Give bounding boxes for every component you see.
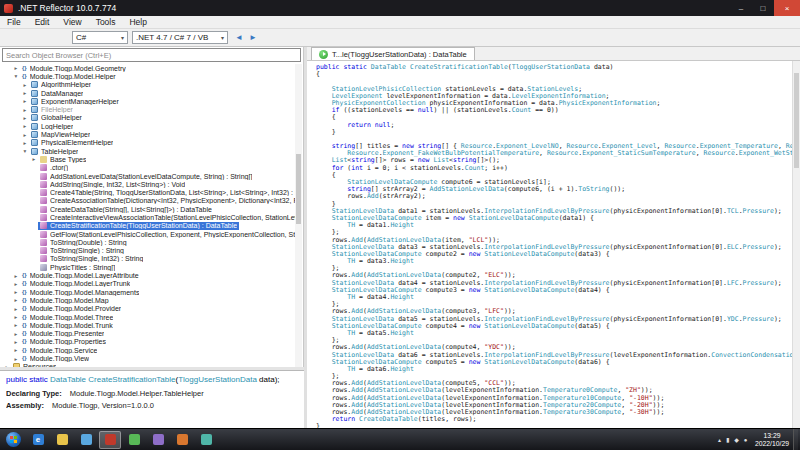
tree-item[interactable]: ▸{}Module.Tlogp.Service <box>0 346 297 354</box>
expand-toggle-icon[interactable]: ▸ <box>21 107 29 113</box>
expand-toggle-icon[interactable]: ▾ <box>12 73 20 79</box>
close-button[interactable]: × <box>774 0 800 16</box>
expand-toggle-icon[interactable]: ▸ <box>12 297 20 303</box>
language-dropdown[interactable]: C# ▾ <box>72 31 128 44</box>
tree-item[interactable]: ▸GlobalHelper <box>0 114 297 122</box>
tree-item[interactable]: ToString(Single, Int32) : String <box>0 255 297 263</box>
code-tab[interactable]: T...le(TloggUserStationData) : DataTable <box>311 47 475 60</box>
expand-toggle-icon[interactable]: ▸ <box>12 356 20 362</box>
code-line: TH = data4.Height <box>316 294 792 301</box>
maximize-button[interactable]: □ <box>752 0 774 16</box>
tree-item[interactable]: ▸{}Module.Tlogp.Model.Map <box>0 296 297 304</box>
tree-item[interactable]: ▸{}Module.Tlogp.Model.Geometry <box>0 64 297 72</box>
expand-toggle-icon[interactable]: ▸ <box>21 98 29 104</box>
tree-item[interactable]: ▸{}Module.Tlogp.Model.LayerTrunk <box>0 280 297 288</box>
tree-item-label: CreateAssociationTable(Dictionary<Int32,… <box>50 197 297 204</box>
menu-view[interactable]: View <box>56 17 88 27</box>
minimize-button[interactable]: – <box>730 0 752 16</box>
tree-scrollbar[interactable] <box>295 64 302 367</box>
app-icon-purple[interactable] <box>147 431 169 449</box>
tree-item[interactable]: ▸LogHelper <box>0 122 297 130</box>
tree-item[interactable]: ▸{}Module.Tlogp.Model.LayerAttribute <box>0 271 297 279</box>
tree-item[interactable]: AddStationLevelData(StationLevelDataComp… <box>0 172 297 180</box>
expand-toggle-icon[interactable]: ▸ <box>12 339 20 345</box>
tree-item[interactable]: ToString(Double) : String <box>0 238 297 246</box>
expand-toggle-icon[interactable]: ▸ <box>12 306 20 312</box>
tree-item[interactable]: ▸DataManager <box>0 89 297 97</box>
expand-toggle-icon[interactable]: ▸ <box>21 82 29 88</box>
expand-toggle-icon[interactable]: ▸ <box>21 140 29 146</box>
expand-toggle-icon[interactable]: ▾ <box>21 148 29 154</box>
class-icon <box>31 114 38 121</box>
tree-item[interactable]: .ctor() <box>0 164 297 172</box>
tree-item[interactable]: CreateDataTable(String[], List<String[]>… <box>0 205 297 213</box>
app-icon-blue[interactable] <box>75 431 97 449</box>
expand-toggle-icon[interactable]: ▸ <box>21 115 29 121</box>
hidden-icons-icon[interactable]: ▴ <box>718 436 721 443</box>
tree-item[interactable]: CreateInteractiveViewAssociationTable(St… <box>0 213 297 221</box>
expand-toggle-icon[interactable]: ▸ <box>12 331 20 337</box>
tree-item[interactable]: ▸{}Module.Tlogp.Model.Provider <box>0 305 297 313</box>
tree-item[interactable]: ▾TableHelper <box>0 147 297 155</box>
code-tab-label: T...le(TloggUserStationData) : DataTable <box>332 50 467 59</box>
class-icon <box>31 106 38 113</box>
search-input[interactable] <box>2 48 301 62</box>
tree-item[interactable]: PhysicTitles : String[] <box>0 263 297 271</box>
show-desktop-button[interactable] <box>793 429 798 450</box>
expand-toggle-icon[interactable]: ▸ <box>12 347 20 353</box>
tree-item[interactable]: CreateAssociationTable(Dictionary<Int32,… <box>0 197 297 205</box>
tree-item[interactable]: AddString(Single, Int32, List<String>) :… <box>0 180 297 188</box>
start-button[interactable] <box>0 429 26 450</box>
internet-explorer-icon[interactable]: e <box>27 431 49 449</box>
expand-toggle-icon[interactable]: ▸ <box>21 90 29 96</box>
expand-toggle-icon[interactable]: ▸ <box>12 273 20 279</box>
code-view[interactable]: public static DataTable CreateStratifica… <box>307 61 792 428</box>
app-icon-orange[interactable] <box>171 431 193 449</box>
menu-tools[interactable]: Tools <box>89 17 123 27</box>
tree-item[interactable]: GetFlow(StationLevelPhisicCollection, Ex… <box>0 230 297 238</box>
menu-help[interactable]: Help <box>122 17 153 27</box>
code-line: TH = data3.Height <box>316 258 792 265</box>
network-icon[interactable]: ▮ <box>726 436 729 443</box>
framework-dropdown[interactable]: .NET 4.7 / C# 7 / VB ▾ <box>132 31 228 44</box>
app-icon-teal[interactable] <box>195 431 217 449</box>
tree-item[interactable]: ▸{}Module.Tlogp.View <box>0 354 297 362</box>
expand-toggle-icon[interactable]: ▸ <box>30 156 38 162</box>
expand-toggle-icon[interactable]: ▸ <box>12 314 20 320</box>
code-scrollbar[interactable] <box>792 61 800 428</box>
tree-item[interactable]: ▸FileHelper <box>0 105 297 113</box>
expand-toggle-icon[interactable]: ▸ <box>21 123 29 129</box>
scrollbar-thumb[interactable] <box>794 73 799 168</box>
tree-item[interactable]: ▸{}Module.Tlogp.Model.Three <box>0 313 297 321</box>
menu-edit[interactable]: Edit <box>28 17 57 27</box>
tree-item[interactable]: Create4Table(String, TloggUserStationDat… <box>0 188 297 196</box>
tree-item[interactable]: ▸AlgorithmHelper <box>0 81 297 89</box>
tree-item[interactable]: ▸{}Module.Tlogp.Presenter <box>0 330 297 338</box>
tree-item[interactable]: ▸ExponentManagerHelper <box>0 97 297 105</box>
tree-item[interactable]: ▸PhysicalElementHelper <box>0 139 297 147</box>
app-icon-green[interactable] <box>123 431 145 449</box>
forward-icon[interactable]: ► <box>249 33 257 42</box>
tree-item[interactable]: ▸MapViewHelper <box>0 130 297 138</box>
scrollbar-thumb[interactable] <box>296 154 301 224</box>
volume-icon[interactable]: ◆ <box>734 436 739 443</box>
tree-item[interactable]: ▸{}Module.Tlogp.Model.Trunk <box>0 321 297 329</box>
clock[interactable]: 13:29 2022/10/29 <box>755 432 789 447</box>
menu-file[interactable]: File <box>0 17 28 27</box>
reflector-taskbar-icon[interactable] <box>99 431 121 449</box>
expand-toggle-icon[interactable]: ▸ <box>21 132 29 138</box>
expand-toggle-icon[interactable]: ▸ <box>12 289 20 295</box>
expand-toggle-icon[interactable]: ▸ <box>12 65 20 71</box>
tree-item[interactable]: ▸{}Module.Tlogp.Model.Managements <box>0 288 297 296</box>
expand-toggle-icon[interactable]: ▸ <box>12 322 20 328</box>
tree-item[interactable]: ▸{}Module.Tlogp.Properties <box>0 338 297 346</box>
tree-item-label: Module.Tlogp.Service <box>30 347 98 354</box>
tree-item[interactable]: CreateStratificationTable(TloggUserStati… <box>0 222 297 230</box>
tree-item[interactable]: ▾{}Module.Tlogp.Model.Helper <box>0 72 297 80</box>
tree-item[interactable]: ▸Base Types <box>0 155 297 163</box>
expand-toggle-icon[interactable]: ▸ <box>12 281 20 287</box>
tree-item[interactable]: ToString(Single) : String <box>0 247 297 255</box>
file-explorer-icon[interactable] <box>51 431 73 449</box>
back-icon[interactable]: ◄ <box>235 33 243 42</box>
battery-icon[interactable]: ● <box>744 437 748 443</box>
